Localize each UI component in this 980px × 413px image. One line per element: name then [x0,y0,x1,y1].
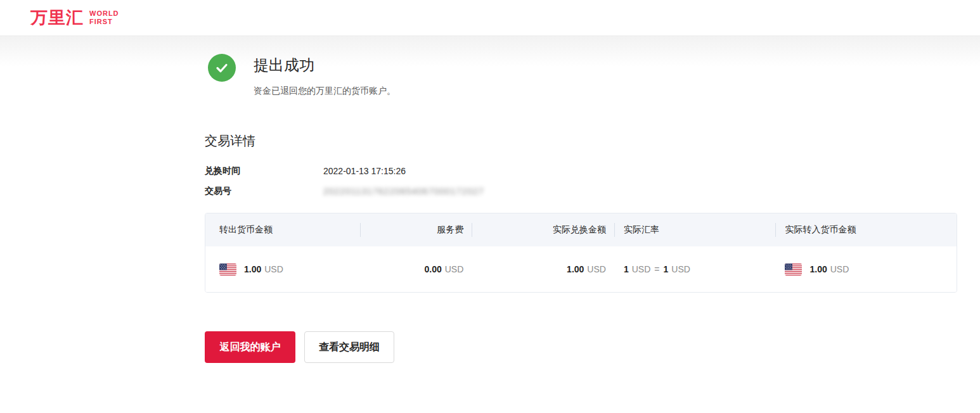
in-amount-currency: USD [830,264,849,274]
us-flag-icon [785,264,802,276]
logo-chinese-text: 万里汇 [30,6,84,29]
logo-english-line1: WORLD [89,10,119,17]
transaction-table: 转出货币金额 服务费 实际兑换金额 实际汇率 实际转入货币金额 [205,213,957,293]
cell-actual-rate: 1 USD = 1 USD [615,246,777,292]
success-title: 提出成功 [254,55,396,75]
rate-to-currency: USD [671,264,690,274]
us-flag-icon [219,264,236,276]
exchange-time-label: 兑换时间 [205,165,323,177]
check-circle-icon [208,54,236,82]
success-banner: 提出成功 资金已退回您的万里汇的货币账户。 [205,54,957,97]
header-in-amount: 实际转入货币金额 [776,213,957,246]
exchange-time-value: 2022-01-13 17:15:26 [323,166,406,176]
header-actual-rate: 实际汇率 [615,213,777,246]
cell-service-fee: 0.00 USD [361,246,473,292]
rate-from-currency: USD [632,264,651,274]
worldfirst-logo[interactable]: 万里汇 WORLD FIRST [30,6,119,29]
detail-rows: 兑换时间 2022-01-13 17:15:26 交易号 20220113176… [205,165,957,198]
cell-out-amount: 1.00 USD [205,246,361,292]
main-content: 提出成功 资金已退回您的万里汇的货币账户。 交易详情 兑换时间 2022-01-… [0,36,980,413]
header-exchanged-amount: 实际兑换金额 [472,213,615,246]
success-texts: 提出成功 资金已退回您的万里汇的货币账户。 [254,54,396,97]
header-service-fee: 服务费 [361,213,473,246]
logo-english-line2: FIRST [89,18,113,25]
fee-value: 0.00 [424,264,441,274]
rate-to-value: 1 [663,264,668,274]
transaction-details-heading: 交易详情 [205,132,957,149]
action-buttons: 返回我的账户 查看交易明细 [205,331,957,363]
cell-exchanged-amount: 1.00 USD [472,246,615,292]
logo-english-text: WORLD FIRST [89,10,119,25]
top-header: 万里汇 WORLD FIRST [0,0,980,36]
cell-in-amount: 1.00 USD [776,246,957,292]
exchanged-currency: USD [587,264,606,274]
transaction-number-value-redacted: 20220113176220654067000172027 [323,186,484,196]
rate-equals-sign: = [654,264,659,274]
back-to-account-button[interactable]: 返回我的账户 [205,331,295,363]
exchanged-value: 1.00 [567,264,584,274]
exchange-time-row: 兑换时间 2022-01-13 17:15:26 [205,165,957,177]
transaction-number-label: 交易号 [205,186,323,197]
fee-currency: USD [445,264,464,274]
out-amount-value: 1.00 [244,264,261,274]
in-amount-value: 1.00 [809,264,827,274]
rate-from-value: 1 [624,264,629,274]
success-subtitle: 资金已退回您的万里汇的货币账户。 [254,86,396,97]
table-header-row: 转出货币金额 服务费 实际兑换金额 实际汇率 实际转入货币金额 [205,213,957,246]
view-transaction-details-button[interactable]: 查看交易明细 [304,331,394,363]
transaction-number-row: 交易号 20220113176220654067000172027 [205,185,957,198]
header-out-amount: 转出货币金额 [205,213,361,246]
out-amount-currency: USD [264,264,283,274]
checkmark-glyph [214,60,229,75]
table-data-row: 1.00 USD 0.00 USD 1.00 USD 1 USD = 1 USD [205,246,957,292]
